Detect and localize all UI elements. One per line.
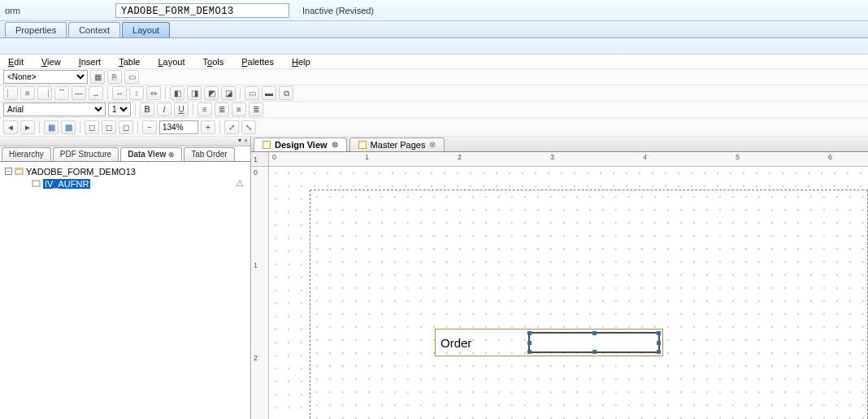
dropdown-icon[interactable]: ▾ <box>238 137 241 146</box>
tree-root[interactable]: − YADOBE_FORM_DEMO13 <box>5 165 245 177</box>
align-text-right-icon[interactable]: ≡ <box>232 103 246 116</box>
fit-a-icon[interactable]: ⤢ <box>224 120 239 134</box>
close-icon[interactable]: ⊗ <box>332 138 338 151</box>
close-icon[interactable]: ⊗ <box>168 148 175 161</box>
group-d-icon[interactable]: ◪ <box>221 86 236 100</box>
dist-h-icon[interactable]: ↔ <box>112 86 127 100</box>
resize-handle[interactable] <box>527 341 532 345</box>
fit-b-icon[interactable]: ⤡ <box>241 120 256 134</box>
rect-fill-icon[interactable]: ▬ <box>262 86 276 100</box>
separator <box>193 103 193 116</box>
page-outline: Order <box>310 190 868 419</box>
tab-design-view[interactable]: Design View ⊗ <box>254 137 347 151</box>
menu-insert[interactable]: Insert <box>79 57 102 67</box>
tab-properties[interactable]: Properties <box>5 22 67 37</box>
zoom-level[interactable]: 134% <box>159 120 198 134</box>
align-text-justify-icon[interactable]: ≣ <box>249 103 263 116</box>
resize-handle[interactable] <box>527 331 532 335</box>
align-left-icon[interactable]: ⎸ <box>3 86 18 100</box>
datasource-icon <box>15 167 24 176</box>
order-field[interactable]: Order <box>435 329 663 356</box>
font-size-select[interactable]: 10 <box>108 103 131 116</box>
grid-alt-icon[interactable]: ▩ <box>61 120 76 134</box>
canvas-wrap: 0 1 2 Order <box>251 167 868 419</box>
palette-tab-data-view[interactable]: Data View ⊗ <box>120 147 182 161</box>
grid-icon[interactable]: ▦ <box>44 120 59 134</box>
align-top-icon[interactable]: ⎺ <box>54 86 69 100</box>
italic-button[interactable]: I <box>157 103 171 116</box>
dist-eq-icon[interactable]: ⇔ <box>146 86 161 100</box>
btn-tool-c[interactable]: ▭ <box>124 70 139 84</box>
palette-handle[interactable]: ▾ × <box>0 137 250 146</box>
zoom-out-icon[interactable]: − <box>142 120 157 134</box>
box-a-icon[interactable]: ◻ <box>85 120 99 134</box>
resize-handle[interactable] <box>527 350 532 354</box>
menu-palettes[interactable]: Palettes <box>241 57 274 67</box>
ruler-tick-label: 3 <box>550 153 554 161</box>
order-field-value[interactable] <box>528 332 660 353</box>
align-text-left-icon[interactable]: ≡ <box>197 103 212 116</box>
box-c-icon[interactable]: ◻ <box>119 120 133 134</box>
separator <box>165 87 166 99</box>
align-bottom-icon[interactable]: ⎽ <box>89 86 103 100</box>
resize-handle[interactable] <box>657 331 661 335</box>
tab-context[interactable]: Context <box>68 22 120 37</box>
menu-edit[interactable]: Edit <box>8 57 24 67</box>
rect-icon[interactable]: ▭ <box>245 86 259 100</box>
font-family-select[interactable]: Arial <box>3 103 106 116</box>
group-a-icon[interactable]: ◧ <box>170 86 184 100</box>
menu-help[interactable]: Help <box>292 57 310 67</box>
zoom-in-icon[interactable]: + <box>201 120 215 134</box>
align-middle-icon[interactable]: ― <box>72 86 86 100</box>
menu-tools[interactable]: Tools <box>203 57 224 67</box>
close-icon[interactable]: ⊗ <box>429 138 436 151</box>
resize-handle[interactable] <box>592 350 597 354</box>
align-center-icon[interactable]: ≡ <box>20 86 35 100</box>
nav-forward-icon[interactable]: ► <box>20 120 35 134</box>
ruler-tick-label: 5 <box>736 153 740 161</box>
workspace: ▾ × Hierarchy PDF Structure Data View ⊗ … <box>0 137 868 419</box>
design-canvas[interactable]: Order <box>269 167 868 419</box>
menu-layout[interactable]: Layout <box>158 57 184 67</box>
data-view-tree[interactable]: − YADOBE_FORM_DEMO13 IV_AUFNR ⚠ <box>0 162 250 419</box>
design-tabs: Design View ⊗ Master Pages ⊗ <box>251 137 868 152</box>
btn-tool-b[interactable]: ⎘ <box>107 70 122 84</box>
box-b-icon[interactable]: ◻ <box>102 120 116 134</box>
align-right-icon[interactable]: ⎹ <box>37 86 52 100</box>
group-c-icon[interactable]: ◩ <box>204 86 219 100</box>
separator <box>240 87 241 99</box>
nav-back-icon[interactable]: ◄ <box>3 120 18 134</box>
misc-icon[interactable]: ⧉ <box>279 86 293 100</box>
align-text-center-icon[interactable]: ≣ <box>215 103 229 116</box>
close-icon[interactable]: × <box>244 137 248 146</box>
resize-handle[interactable] <box>592 331 597 335</box>
tab-layout[interactable]: Layout <box>122 22 170 37</box>
separator <box>137 121 138 133</box>
design-area: Design View ⊗ Master Pages ⊗ 1 0 1 2 3 4… <box>251 137 868 419</box>
tree-child[interactable]: IV_AUFNR <box>5 177 245 190</box>
form-header: orm YADOBE_FORM_DEMO13 Inactive (Revised… <box>0 0 868 21</box>
form-name-field[interactable]: YADOBE_FORM_DEMO13 <box>115 3 289 18</box>
separator <box>219 121 220 133</box>
palette-tab-tab-order[interactable]: Tab Order <box>184 147 234 161</box>
palette-tab-label: Data View <box>128 148 166 161</box>
folder-icon: ▭ <box>128 72 136 81</box>
tab-master-pages[interactable]: Master Pages ⊗ <box>349 137 445 151</box>
resize-handle[interactable] <box>657 350 661 354</box>
palette-tab-hierarchy[interactable]: Hierarchy <box>2 147 51 161</box>
tab-label: Master Pages <box>371 138 426 151</box>
palette-tab-pdf[interactable]: PDF Structure <box>53 147 119 161</box>
menu-table[interactable]: Table <box>119 57 140 67</box>
btn-tool-a[interactable]: ▦ <box>90 70 105 84</box>
underline-button[interactable]: U <box>174 103 189 116</box>
resize-handle[interactable] <box>657 341 661 345</box>
bold-button[interactable]: B <box>140 103 154 116</box>
collapse-icon[interactable]: − <box>5 168 12 175</box>
toolbar-row-1: <None> ▦ ⎘ ▭ <box>0 69 868 85</box>
group-b-icon[interactable]: ◨ <box>187 86 202 100</box>
svg-rect-1 <box>15 168 23 170</box>
ruler-tick-label: 6 <box>828 153 832 161</box>
menu-view[interactable]: View <box>41 57 61 67</box>
style-select[interactable]: <None> <box>3 70 88 84</box>
dist-v-icon[interactable]: ↕ <box>129 86 144 100</box>
